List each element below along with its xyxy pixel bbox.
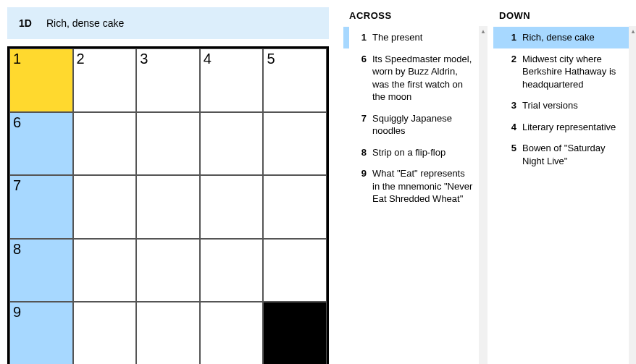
- cell-3-0[interactable]: 8: [9, 239, 73, 302]
- down-clue-4[interactable]: 4Literary representative: [493, 117, 629, 138]
- clue-text: Its Speedmaster model, worn by Buzz Aldr…: [372, 53, 473, 103]
- clue-number: 6: [352, 53, 367, 103]
- current-clue-id: 1D: [19, 17, 32, 29]
- clue-text: Squiggly Japanese noodles: [372, 112, 473, 137]
- clue-number: 2: [502, 53, 516, 91]
- across-clue-9[interactable]: 9What "Eat" represents in the mnemonic "…: [343, 163, 479, 210]
- cell-4-1[interactable]: [73, 302, 137, 364]
- scrollbar-track[interactable]: ▲: [479, 26, 488, 364]
- cell-number: 9: [13, 304, 21, 321]
- scroll-up-icon[interactable]: ▲: [629, 26, 636, 36]
- clue-number: 1: [502, 31, 516, 44]
- cell-4-3[interactable]: [200, 302, 264, 364]
- across-column: ACROSS 1The present6Its Speedmaster mode…: [343, 7, 479, 364]
- cell-1-4[interactable]: [263, 112, 327, 176]
- cell-0-1[interactable]: 2: [73, 48, 137, 112]
- down-clue-list[interactable]: 1Rich, dense cake2Midwest city where Ber…: [493, 27, 629, 172]
- cell-2-4[interactable]: [263, 175, 327, 239]
- current-clue-text: Rich, dense cake: [46, 17, 124, 29]
- cell-number: 4: [204, 51, 212, 67]
- cell-4-0[interactable]: 9: [9, 302, 73, 364]
- cell-1-2[interactable]: [136, 112, 200, 176]
- cell-number: 3: [140, 51, 148, 67]
- cell-4-2[interactable]: [136, 302, 200, 364]
- cell-1-3[interactable]: [200, 112, 264, 176]
- clue-number: 5: [502, 142, 516, 167]
- across-clue-8[interactable]: 8Strip on a flip-flop: [343, 142, 479, 164]
- clue-text: Rich, dense cake: [522, 31, 623, 44]
- cell-1-1[interactable]: [73, 112, 137, 176]
- cell-number: 8: [13, 241, 21, 258]
- clue-number: 8: [352, 146, 367, 159]
- cell-2-1[interactable]: [73, 175, 137, 239]
- down-heading: DOWN: [493, 7, 629, 27]
- cell-2-2[interactable]: [136, 175, 200, 239]
- scrollbar-track[interactable]: ▲: [629, 26, 636, 364]
- down-column: DOWN 1Rich, dense cake2Midwest city wher…: [493, 7, 629, 364]
- clue-text: Bowen of "Saturday Night Live": [522, 142, 623, 167]
- clue-number: 4: [502, 121, 516, 134]
- across-clue-list[interactable]: 1The present6Its Speedmaster model, worn…: [343, 27, 479, 210]
- clue-text: Trial versions: [522, 99, 623, 112]
- down-clue-3[interactable]: 3Trial versions: [493, 95, 629, 117]
- clue-number: 7: [352, 112, 367, 137]
- clue-number: 1: [352, 31, 367, 44]
- down-clue-2[interactable]: 2Midwest city where Berkshire Hathaway i…: [493, 48, 629, 96]
- cell-0-3[interactable]: 4: [200, 48, 264, 112]
- clue-text: Strip on a flip-flop: [372, 146, 473, 159]
- cell-number: 1: [13, 51, 21, 67]
- cell-3-1[interactable]: [73, 239, 137, 302]
- cell-2-0[interactable]: 7: [9, 175, 73, 239]
- cell-3-3[interactable]: [200, 239, 264, 302]
- down-clue-5[interactable]: 5Bowen of "Saturday Night Live": [493, 137, 629, 172]
- across-heading: ACROSS: [343, 7, 479, 27]
- cell-number: 6: [13, 114, 21, 131]
- cell-number: 7: [13, 177, 21, 194]
- cell-2-3[interactable]: [200, 175, 264, 239]
- across-clue-6[interactable]: 6Its Speedmaster model, worn by Buzz Ald…: [343, 48, 479, 108]
- puzzle-panel: 1D Rich, dense cake 123456789: [7, 7, 329, 364]
- clue-text: What "Eat" represents in the mnemonic "N…: [372, 167, 473, 206]
- cell-number: 2: [77, 51, 85, 67]
- down-clue-1[interactable]: 1Rich, dense cake: [493, 27, 629, 48]
- clue-text: Literary representative: [522, 121, 623, 134]
- clue-number: 3: [502, 99, 516, 112]
- clue-text: Midwest city where Berkshire Hathaway is…: [522, 53, 623, 91]
- clue-text: The present: [372, 31, 473, 44]
- cell-0-0[interactable]: 1: [9, 48, 73, 112]
- cell-number: 5: [267, 51, 275, 67]
- crossword-grid: 123456789: [7, 46, 329, 364]
- clue-number: 9: [352, 167, 367, 206]
- across-clue-1[interactable]: 1The present: [343, 27, 479, 48]
- cell-3-2[interactable]: [136, 239, 200, 302]
- cell-0-4[interactable]: 5: [263, 48, 327, 112]
- current-clue-bar: 1D Rich, dense cake: [7, 7, 329, 39]
- cell-4-4: [263, 302, 327, 364]
- cell-1-0[interactable]: 6: [9, 112, 73, 176]
- across-clue-7[interactable]: 7Squiggly Japanese noodles: [343, 108, 479, 142]
- scroll-up-icon[interactable]: ▲: [479, 26, 488, 36]
- cell-0-2[interactable]: 3: [136, 48, 200, 112]
- cell-3-4[interactable]: [263, 239, 327, 302]
